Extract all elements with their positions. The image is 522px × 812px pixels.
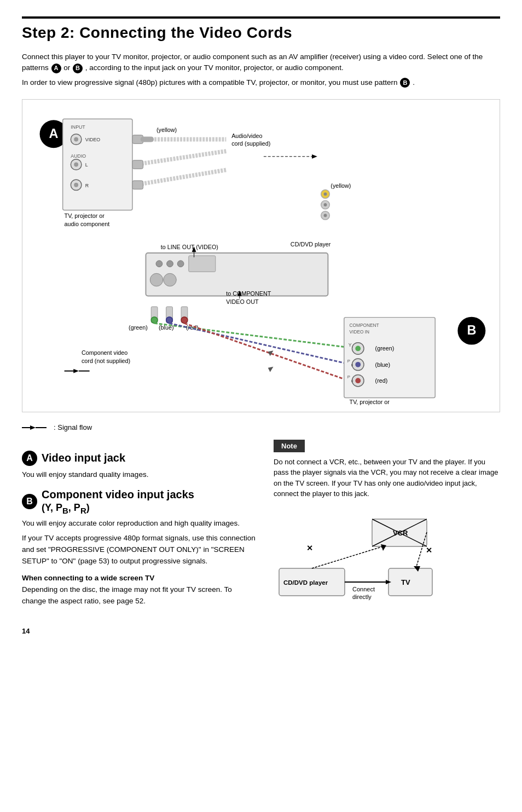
svg-text:(red): (red) [375,377,388,384]
svg-text:L: L [85,162,88,168]
svg-point-37 [156,261,163,267]
svg-text:Audio/video: Audio/video [231,132,262,139]
svg-text:INPUT: INPUT [71,124,85,130]
svg-text:(blue): (blue) [375,361,391,367]
connection-diagram: A INPUT VIDEO AUDIO L R TV, projector or… [22,99,500,412]
svg-text:Y: Y [349,342,352,347]
svg-text:(yellow): (yellow) [156,126,177,133]
svg-point-9 [74,162,78,166]
svg-text:R: R [351,379,353,383]
svg-marker-92 [30,425,36,430]
section-b-heading: B Component video input jacks (Y, PB, PR… [22,488,257,515]
svg-text:AUDIO: AUDIO [71,153,86,159]
vcr-diagram: VCR CD/DVD player TV Connect directly [274,508,500,608]
svg-text:✕: ✕ [426,546,432,555]
section-a-heading: A Video input jack [22,451,257,466]
svg-text:directly: directly [352,594,372,600]
svg-text:to LINE OUT (VIDEO): to LINE OUT (VIDEO) [161,244,218,250]
svg-marker-89 [73,368,79,373]
svg-point-39 [177,261,184,267]
page-title: Step 2: Connecting the Video Cords [22,16,500,42]
wide-screen-heading: When connecting to a wide screen TV [22,574,257,582]
svg-text:CD/DVD player: CD/DVD player [291,241,331,247]
section-a-body: You will enjoy standard quality images. [22,469,257,481]
svg-line-64 [184,323,344,379]
badge-b-inline: B [73,64,83,73]
note-body: Do not connect a VCR, etc., between your… [274,457,500,499]
svg-text:(green): (green) [129,324,148,331]
svg-text:✕: ✕ [306,544,313,552]
svg-point-77 [355,362,361,367]
svg-point-54 [166,316,173,323]
svg-text:Connect: Connect [352,586,375,592]
note-label: Note [274,440,305,452]
svg-rect-40 [189,256,216,272]
svg-text:cord (supplied): cord (supplied) [231,140,270,147]
svg-text:(green): (green) [375,345,395,352]
svg-text:B: B [467,323,476,337]
badge-b-large: B [22,494,37,509]
svg-point-42 [164,273,177,286]
svg-line-62 [154,323,344,347]
svg-text:cord (not supplied): cord (not supplied) [82,358,130,364]
svg-text:COMPONENT: COMPONENT [350,323,379,328]
svg-point-12 [74,183,78,187]
svg-line-20 [135,151,226,164]
left-column: A Video input jack You will enjoy standa… [22,440,257,611]
svg-text:TV, projector or: TV, projector or [350,399,390,405]
intro-paragraph-1: Connect this player to your TV monitor, … [22,51,500,74]
svg-text:R: R [85,182,89,188]
svg-point-82 [355,378,361,383]
intro-paragraph-2: In order to view progressive signal (480… [22,77,500,88]
right-column: Note Do not connect a VCR, etc., between… [274,440,500,611]
svg-rect-100 [388,568,432,596]
svg-text:(yellow): (yellow) [330,182,351,188]
signal-flow-label: : Signal flow [22,423,500,432]
badge-a-large: A [22,451,37,466]
wide-screen-body: Depending on the disc, the image may not… [22,584,257,607]
svg-point-41 [150,273,163,286]
svg-point-73 [355,345,361,351]
diagram-svg: A INPUT VIDEO AUDIO L R TV, projector or… [28,105,494,406]
svg-text:VIDEO IN: VIDEO IN [350,329,370,335]
svg-point-33 [324,203,327,206]
svg-text:TV, projector or: TV, projector or [65,212,105,219]
svg-text:VIDEO: VIDEO [85,137,101,142]
svg-marker-28 [312,154,317,159]
section-b-body2: If your TV accepts progressive 480p form… [22,533,257,567]
svg-point-35 [324,214,327,217]
svg-line-106 [312,546,383,568]
svg-point-31 [324,192,327,195]
svg-text:audio component: audio component [65,221,110,227]
svg-text:CD/DVD player: CD/DVD player [283,579,328,586]
svg-point-5 [74,137,78,141]
svg-rect-21 [132,160,143,169]
svg-text:P: P [347,359,350,364]
svg-marker-66 [268,366,274,372]
badge-a-inline: A [51,64,61,73]
svg-marker-107 [381,544,386,551]
section-b-body1: You will enjoy accurate color reproducti… [22,518,257,529]
svg-point-52 [151,316,158,323]
svg-text:Component video: Component video [82,349,127,356]
svg-text:P: P [347,375,350,379]
svg-rect-23 [132,181,143,189]
svg-text:TV: TV [401,578,410,586]
vcr-svg: VCR CD/DVD player TV Connect directly [274,508,449,607]
svg-point-38 [167,261,173,267]
badge-b-inline2: B [400,78,410,88]
svg-point-56 [181,316,188,323]
svg-line-22 [135,170,226,185]
svg-text:VIDEO OUT: VIDEO OUT [226,298,259,305]
svg-text:A: A [49,126,59,140]
svg-text:B: B [351,363,353,366]
svg-text:to COMPONENT: to COMPONENT [226,290,271,297]
page-number: 14 [22,627,500,635]
